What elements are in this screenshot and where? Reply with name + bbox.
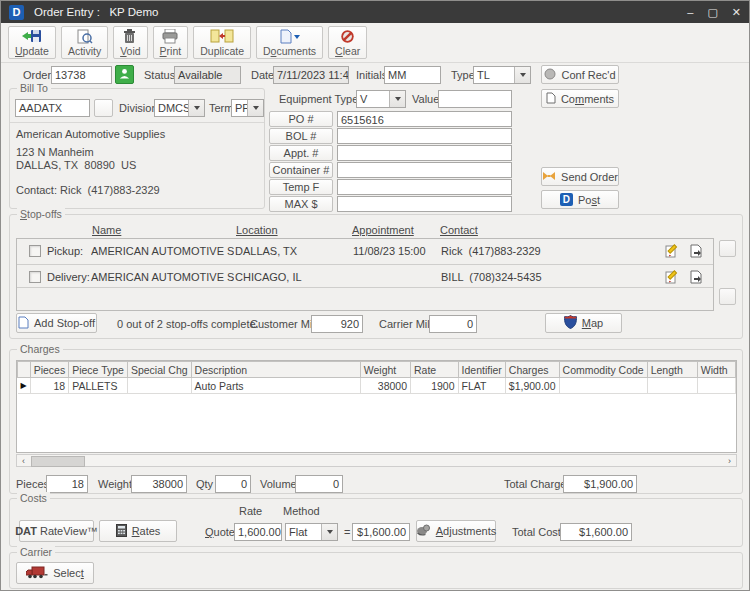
- documents-button[interactable]: Documents: [256, 26, 323, 59]
- rate-column-header[interactable]: Rate: [411, 362, 459, 378]
- identifier-column-header[interactable]: Identifier: [458, 362, 505, 378]
- activity-button[interactable]: Activity: [61, 26, 108, 59]
- duplicate-button[interactable]: Duplicate: [193, 26, 251, 59]
- appt-number-button[interactable]: Appt. #: [269, 145, 333, 161]
- special-chg-column-header[interactable]: Special Chg: [127, 362, 191, 378]
- charges-row[interactable]: ▶ 18 PALLETS Auto Parts 38000 1900 FLAT …: [18, 378, 736, 394]
- terms-dropdown[interactable]: PP: [231, 99, 264, 117]
- value-field[interactable]: [438, 90, 512, 108]
- max-dollar-field[interactable]: [337, 196, 512, 212]
- appointment-column-header: Appointment: [352, 224, 414, 236]
- length-column-header[interactable]: Length: [647, 362, 697, 378]
- date-field: 7/11/2023 11:48: [273, 66, 349, 84]
- method-dropdown[interactable]: Flat: [285, 523, 338, 541]
- delivery-checkbox[interactable]: [29, 271, 41, 283]
- pickup-contact: Rick (417)883-2329: [441, 245, 591, 257]
- charges-header-row: Pieces Piece Type Special Chg Descriptio…: [18, 362, 736, 378]
- divider: [17, 287, 713, 288]
- date-label: Date: [251, 69, 274, 81]
- bol-number-button[interactable]: BOL #: [269, 128, 333, 144]
- title-bar: D Order Entry : KP Demo – ▢ ✕: [1, 1, 749, 23]
- temp-f-button[interactable]: Temp F: [269, 179, 333, 195]
- activity-icon: [77, 29, 93, 44]
- appt-number-field[interactable]: [337, 145, 512, 161]
- carrier-select-label: Select: [53, 567, 84, 579]
- bol-number-field[interactable]: [337, 128, 512, 144]
- comments-button[interactable]: Comments: [541, 89, 619, 108]
- description-column-header[interactable]: Description: [191, 362, 360, 378]
- void-label: Void: [120, 45, 140, 57]
- po-number-button[interactable]: PO #: [269, 111, 333, 127]
- pickup-row[interactable]: Pickup: AMERICAN AUTOMOTIVE SUPPLIES DAL…: [17, 241, 713, 263]
- commodity-code-column-header[interactable]: Commodity Code: [559, 362, 647, 378]
- cell-description: Auto Parts: [191, 378, 360, 394]
- po-number-field[interactable]: 6515616: [337, 111, 512, 127]
- charges-grid: Pieces Piece Type Special Chg Descriptio…: [16, 360, 737, 453]
- costs-group: Costs Rate Method DAT RateView™ Rates Qu…: [9, 498, 743, 547]
- bill-to-contact: Contact: Rick (417)883-2329: [16, 184, 160, 196]
- pieces-column-header[interactable]: Pieces: [30, 362, 69, 378]
- bill-to-lookup-button[interactable]: [94, 99, 113, 117]
- delivery-document-icon[interactable]: [687, 269, 705, 285]
- send-order-button[interactable]: Send Order: [541, 167, 619, 186]
- pickup-edit-icon[interactable]: [663, 243, 681, 259]
- equipment-type-dropdown[interactable]: V: [356, 90, 406, 108]
- charges-column-header[interactable]: Charges: [505, 362, 559, 378]
- pickup-checkbox[interactable]: [29, 245, 41, 257]
- scrollbar-thumb[interactable]: [31, 456, 85, 467]
- void-button[interactable]: Void: [113, 26, 147, 59]
- conf-recd-label: Conf Rec'd: [561, 69, 615, 81]
- print-label: Print: [160, 45, 182, 57]
- pickup-document-icon[interactable]: [687, 243, 705, 259]
- bill-to-code-field[interactable]: AADATX: [15, 99, 90, 117]
- maximize-button[interactable]: ▢: [707, 1, 717, 23]
- quote-rate-field[interactable]: 1,600.00: [234, 523, 282, 541]
- close-button[interactable]: ✕: [732, 1, 741, 23]
- rates-button[interactable]: Rates: [99, 520, 177, 542]
- post-button[interactable]: D Post: [541, 190, 619, 209]
- carrier-miles-field[interactable]: 0: [429, 315, 477, 333]
- equipment-type-value: V: [357, 91, 389, 107]
- post-d-icon: D: [560, 193, 573, 206]
- customer-miles-field[interactable]: 920: [311, 315, 363, 333]
- container-number-label: Container #: [273, 164, 330, 176]
- adjustments-button[interactable]: Adjustments: [416, 520, 496, 542]
- initials-field[interactable]: MM: [384, 66, 441, 84]
- carrier-select-button[interactable]: Select: [16, 562, 94, 584]
- weight-column-header[interactable]: Weight: [360, 362, 410, 378]
- update-button[interactable]: Update: [8, 26, 56, 59]
- stop-move-down-button[interactable]: [719, 288, 736, 305]
- scroll-left-icon[interactable]: ‹: [17, 455, 30, 466]
- piece-type-column-header[interactable]: Piece Type: [69, 362, 128, 378]
- print-button[interactable]: Print: [153, 26, 189, 59]
- stop-move-up-button[interactable]: [719, 240, 736, 257]
- clear-button[interactable]: Clear: [328, 26, 367, 59]
- scroll-right-icon[interactable]: ›: [723, 455, 736, 466]
- max-dollar-button[interactable]: MAX $: [269, 196, 333, 212]
- conf-recd-button[interactable]: Conf Rec'd: [541, 65, 619, 84]
- dat-rest-label: RateView™: [37, 525, 98, 537]
- map-button[interactable]: Map: [545, 313, 622, 333]
- dat-rateview-button[interactable]: DAT RateView™: [19, 520, 94, 542]
- rate-field-label: Rate: [239, 505, 262, 517]
- temp-f-field[interactable]: [337, 179, 512, 195]
- division-dropdown[interactable]: DMCS: [154, 99, 205, 117]
- order-number-field[interactable]: 13738: [51, 66, 112, 84]
- send-order-icon: [542, 171, 556, 183]
- delivery-row[interactable]: Delivery: AMERICAN AUTOMOTIVE SUPPLIES C…: [17, 267, 713, 289]
- qty-label: Qty: [196, 478, 213, 490]
- delivery-location: CHICAGO, IL: [235, 271, 350, 283]
- printer-icon: [162, 29, 178, 44]
- pieces-total-field: 18: [46, 475, 88, 493]
- minimize-button[interactable]: –: [687, 1, 693, 23]
- type-dropdown[interactable]: TL: [473, 66, 531, 84]
- container-number-field[interactable]: [337, 162, 512, 178]
- chevron-down-icon: [389, 91, 405, 107]
- horizontal-scrollbar[interactable]: ‹ ›: [16, 454, 737, 467]
- container-number-button[interactable]: Container #: [269, 162, 333, 178]
- order-person-button[interactable]: [115, 65, 134, 84]
- delivery-edit-icon[interactable]: [663, 269, 681, 285]
- width-column-header[interactable]: Width: [697, 362, 735, 378]
- equipment-type-label: Equipment Type: [279, 93, 358, 105]
- add-stop-off-button[interactable]: Add Stop-off: [16, 313, 97, 333]
